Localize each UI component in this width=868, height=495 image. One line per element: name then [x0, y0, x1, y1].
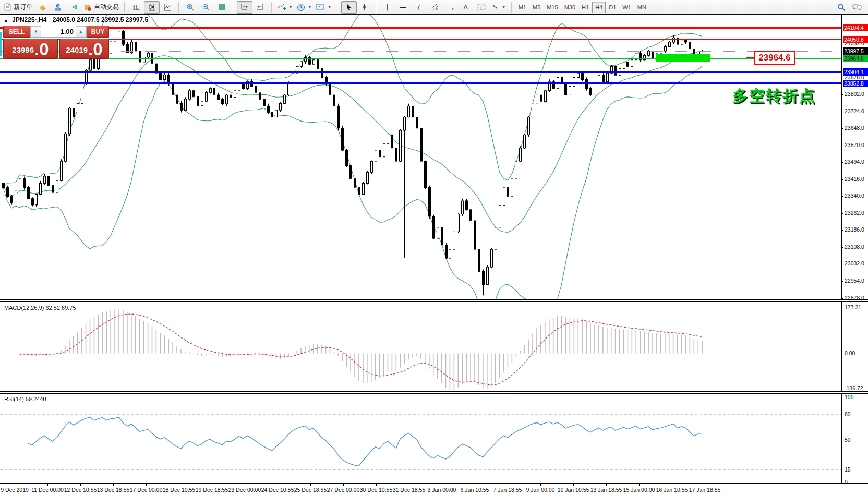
svg-text:F: F: [452, 8, 454, 11]
trendline-icon: /: [418, 4, 420, 10]
panel-collapse-handle[interactable]: [0, 32, 2, 56]
horizontal-line-object[interactable]: [0, 58, 841, 59]
signals-button[interactable]: [66, 1, 81, 14]
rsi-label: RSI(14) 59.2440: [4, 396, 46, 402]
volume-increase-button[interactable]: ▲: [76, 26, 86, 37]
timeframe-w1[interactable]: W1: [619, 2, 634, 13]
chart-shift-button[interactable]: [252, 1, 268, 14]
macd-canvas[interactable]: [0, 303, 841, 391]
text-button[interactable]: A: [458, 1, 474, 14]
triangle-up-icon: ▲: [4, 18, 8, 23]
buy-price-pips: .0: [88, 41, 103, 58]
autotrading-button[interactable]: 自动交易: [81, 1, 121, 14]
time-axis-label: 9 Jan 00:00: [526, 487, 555, 493]
buy-price-main: 24019: [66, 42, 88, 58]
timeframe-m1[interactable]: M1: [515, 2, 529, 13]
price-callout-label[interactable]: 23964.6: [754, 51, 795, 65]
chevron-down-icon: ▼: [502, 5, 506, 9]
toolbar-separator: [271, 2, 272, 13]
macd-axis-tick: 0.00: [845, 350, 855, 356]
panel-separator[interactable]: [0, 391, 868, 394]
horizontal-line-object[interactable]: [0, 51, 841, 52]
sell-price-display[interactable]: 23996 .0: [3, 39, 58, 59]
channel-button[interactable]: E: [427, 1, 442, 14]
price-axis-tick: 23724.0: [845, 108, 864, 114]
tile-windows-button[interactable]: [214, 1, 230, 14]
time-axis[interactable]: 9 Dec 201911 Dec 00:0012 Dec 10:5513 Dec…: [0, 483, 868, 495]
search-button[interactable]: [834, 1, 849, 14]
panel-separator[interactable]: [0, 299, 868, 302]
tick-mark: [212, 484, 212, 486]
indicators-button[interactable]: ▼: [275, 1, 295, 14]
tick-mark: [179, 484, 179, 486]
tick-mark: [146, 484, 147, 486]
time-axis-label: 16 Jan 10:55: [656, 487, 688, 493]
community-button[interactable]: [50, 1, 66, 14]
horizontal-line-object[interactable]: [0, 27, 841, 29]
macd-axis-tick: 177.21: [845, 304, 861, 310]
templates-button[interactable]: ▼: [314, 1, 334, 14]
horizontal-line-object[interactable]: [0, 82, 841, 84]
signal-icon: [69, 3, 78, 11]
time-axis-label: 12 Dec 10:55: [64, 487, 97, 493]
trendline-button[interactable]: /: [411, 1, 427, 14]
volume-decrease-button[interactable]: ▼: [31, 26, 41, 37]
rsi-axis-tick: 15: [845, 466, 851, 473]
autoscroll-button[interactable]: [237, 1, 252, 14]
time-axis-label: 13 Dec 18:55: [97, 487, 129, 493]
cursor-button[interactable]: [341, 1, 357, 14]
price-axis-tick: 23108.0: [845, 244, 864, 250]
price-chart-canvas[interactable]: [0, 15, 841, 299]
time-axis-label: 23 Dec 00:00: [228, 487, 261, 493]
rsi-axis-tick: 100: [845, 394, 854, 400]
sell-button[interactable]: SELL: [3, 26, 30, 38]
timeframe-m30[interactable]: M30: [561, 2, 578, 13]
zoom-out-button[interactable]: [198, 1, 214, 14]
toolbar-separator: [233, 2, 234, 13]
fibonacci-button[interactable]: F: [442, 1, 458, 14]
cursor-icon: [345, 3, 352, 11]
tick-mark: [705, 484, 705, 486]
volume-input[interactable]: [41, 26, 76, 37]
rsi-axis-tick: 50: [845, 437, 851, 443]
timeframe-h4[interactable]: H4: [592, 2, 606, 13]
new-order-button[interactable]: 新订单: [2, 1, 34, 14]
chinese-annotation-text[interactable]: 多空转折点: [732, 86, 816, 107]
horizontal-line-object[interactable]: [0, 71, 841, 73]
zoom-in-button[interactable]: [183, 1, 198, 14]
tile-windows-icon: [218, 3, 226, 11]
arrows-button[interactable]: ▼: [489, 1, 508, 14]
time-axis-label: 13 Jan 18:55: [590, 487, 622, 493]
tick-mark: [80, 484, 81, 486]
highlight-rectangle[interactable]: [656, 54, 710, 62]
buy-price-display[interactable]: 24019 .0: [59, 39, 109, 59]
indicators-icon: [278, 3, 286, 11]
periods-button[interactable]: ▼: [295, 1, 314, 14]
time-axis-label: 27 Dec 00:00: [327, 487, 359, 493]
horizontal-line-button[interactable]: —: [395, 1, 411, 14]
timeframe-h1[interactable]: H1: [578, 2, 592, 13]
timeframe-mn[interactable]: MN: [634, 2, 649, 13]
text-label-button[interactable]: T: [474, 1, 489, 14]
tick-mark: [310, 484, 311, 486]
metaeditor-button[interactable]: ◆: [34, 1, 50, 14]
buy-button[interactable]: BUY: [87, 26, 109, 38]
tick-mark: [475, 484, 475, 486]
timeframe-m5[interactable]: M5: [529, 2, 544, 13]
clock-icon: [297, 3, 305, 11]
bar-chart-button[interactable]: [128, 1, 144, 14]
chat-icon: [852, 3, 862, 11]
timeframe-d1[interactable]: D1: [606, 2, 619, 13]
rsi-canvas[interactable]: [0, 394, 841, 483]
line-chart-button[interactable]: [160, 1, 175, 14]
chevron-down-icon: ▼: [328, 5, 332, 9]
vertical-line-button[interactable]: |: [380, 1, 395, 14]
time-axis-label: 15 Jan 00:00: [623, 487, 655, 493]
chat-button[interactable]: [849, 1, 865, 14]
one-click-trading-panel: SELL ▼ ▲ BUY 23996 .0 24019 .0: [3, 26, 109, 59]
horizontal-line-object[interactable]: [0, 39, 841, 40]
timeframe-m15[interactable]: M15: [544, 2, 561, 13]
candlestick-chart-button[interactable]: [144, 1, 160, 14]
crosshair-button[interactable]: [357, 1, 372, 14]
chevron-down-icon: ▼: [308, 5, 312, 9]
